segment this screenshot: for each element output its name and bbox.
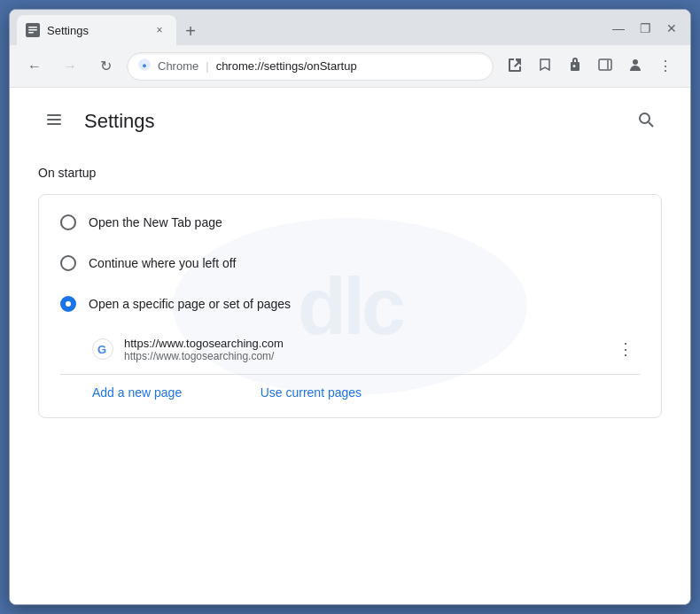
svg-point-12: [640, 113, 649, 123]
tab-strip: Settings × +: [17, 15, 203, 45]
sidebar-icon: [597, 57, 613, 76]
more-icon: ⋮: [658, 58, 673, 74]
svg-line-13: [649, 122, 653, 127]
extensions-button[interactable]: [561, 52, 589, 81]
radio-new-tab[interactable]: [60, 214, 76, 230]
svg-rect-11: [47, 123, 61, 125]
address-brand: Chrome: [158, 59, 198, 73]
nav-bar: ← → ↻ ● Chrome | chrome://settings/onSta…: [10, 45, 690, 88]
svg-rect-2: [28, 29, 37, 31]
profile-icon: [627, 57, 643, 76]
reload-icon: ↻: [100, 58, 112, 74]
page-entry-row: G https://www.togosearching.com https://…: [39, 324, 661, 374]
svg-text:G: G: [97, 343, 106, 356]
title-bar: Settings × + — ❐ ✕: [10, 10, 690, 45]
option-specific[interactable]: Open a specific page or set of pages: [39, 284, 661, 324]
page-entry-text: https://www.togosearching.com https://ww…: [124, 337, 601, 362]
svg-rect-6: [599, 59, 611, 70]
hamburger-icon: [45, 111, 63, 133]
settings-search-button[interactable]: [630, 105, 662, 137]
svg-rect-10: [47, 119, 61, 120]
tab-title: Settings: [47, 24, 144, 37]
maximize-button[interactable]: ❐: [634, 17, 657, 40]
svg-rect-9: [47, 114, 61, 116]
settings-header: Settings: [38, 105, 662, 137]
section-title: On startup: [38, 166, 662, 180]
share-button[interactable]: [501, 52, 529, 81]
browser-window: Settings × + — ❐ ✕ ← → ↻ ●: [9, 9, 691, 605]
option-continue[interactable]: Continue where you left off: [39, 243, 661, 284]
close-button[interactable]: ✕: [660, 17, 683, 40]
share-icon: [507, 57, 523, 76]
forward-icon: →: [63, 58, 77, 74]
new-tab-button[interactable]: +: [178, 19, 203, 43]
google-favicon: G: [92, 338, 113, 360]
extensions-icon: [567, 57, 583, 76]
minimize-button[interactable]: —: [607, 17, 630, 40]
more-dots-icon: ⋮: [618, 339, 634, 359]
add-new-page-link[interactable]: Add a new page: [39, 375, 203, 410]
profile-button[interactable]: [621, 52, 649, 81]
page-entry-more-button[interactable]: ⋮: [611, 335, 640, 363]
page-url-sub: https://www.togosearching.com/: [124, 350, 601, 362]
search-icon: [637, 111, 655, 133]
option-new-tab[interactable]: Open the New Tab page: [39, 202, 661, 243]
use-current-pages-link[interactable]: Use current pages: [207, 375, 383, 410]
settings-container: Settings On startup dlc: [10, 88, 690, 604]
back-icon: ←: [27, 58, 42, 74]
bookmark-icon: [537, 57, 553, 76]
radio-specific[interactable]: [60, 296, 76, 312]
active-tab[interactable]: Settings ×: [17, 15, 176, 45]
settings-menu-button[interactable]: [38, 105, 70, 137]
address-bar[interactable]: ● Chrome | chrome://settings/onStartup: [127, 52, 494, 81]
svg-rect-1: [28, 27, 37, 28]
startup-options-card: dlc Open the New Tab page Continue where…: [38, 194, 662, 418]
svg-point-8: [633, 59, 638, 65]
svg-rect-3: [28, 32, 34, 34]
option-new-tab-label: Open the New Tab page: [89, 215, 222, 229]
back-button[interactable]: ←: [20, 52, 49, 81]
reload-button[interactable]: ↻: [91, 52, 120, 81]
page-content: Settings On startup dlc: [10, 88, 690, 604]
svg-text:●: ●: [142, 61, 146, 70]
option-continue-label: Continue where you left off: [89, 256, 236, 270]
window-controls: — ❐ ✕: [607, 17, 683, 40]
page-url-main: https://www.togosearching.com: [124, 337, 601, 350]
more-menu-button[interactable]: ⋮: [651, 52, 680, 81]
page-title: Settings: [84, 110, 616, 133]
option-specific-label: Open a specific page or set of pages: [89, 297, 291, 311]
forward-button[interactable]: →: [56, 52, 84, 81]
radio-continue[interactable]: [60, 255, 76, 271]
nav-icons: ⋮: [501, 52, 680, 81]
lock-icon: ●: [138, 58, 151, 74]
address-separator: |: [206, 59, 208, 73]
address-url: chrome://settings/onStartup: [216, 59, 482, 73]
tab-favicon-icon: [26, 23, 40, 37]
bookmark-button[interactable]: [531, 52, 559, 81]
sidebar-toggle-button[interactable]: [591, 52, 619, 81]
tab-close-button[interactable]: ×: [152, 22, 167, 38]
